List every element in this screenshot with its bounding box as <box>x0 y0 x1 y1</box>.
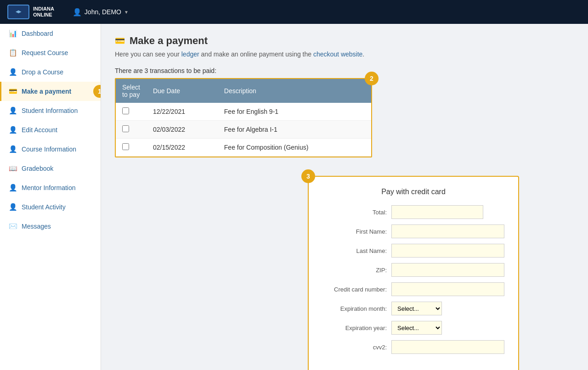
logo-box: ◀▶ <box>7 5 29 19</box>
transactions-table: Select to pay Due Date Description 12/22… <box>116 79 371 157</box>
sidebar-item-make-payment[interactable]: 💳 Make a payment <box>0 82 101 101</box>
sidebar-item-wrapper-gradebook: 📖 Gradebook <box>0 159 101 178</box>
payment-card: Pay with credit card Total: First Name: … <box>308 176 519 370</box>
row1-description: Fee for English 9-1 <box>218 103 371 121</box>
zip-row: ZIP: <box>322 263 504 277</box>
logo: ◀▶ INDIANA ONLINE <box>7 5 54 19</box>
exp-year-row: Expiration year: Select... 2022202320242… <box>322 321 504 335</box>
sidebar-item-wrapper-request-course: 📋 Request Course <box>0 43 101 62</box>
step2-badge: 2 <box>365 72 379 85</box>
total-label: Total: <box>322 209 391 216</box>
student-activity-icon: 👤 <box>9 203 17 211</box>
gradebook-icon: 📖 <box>9 164 17 173</box>
sidebar-item-course-information[interactable]: 👤 Course Information <box>0 140 101 159</box>
sidebar-item-wrapper-student-activity: 👤 Student Activity <box>0 197 101 217</box>
row3-due-date: 02/15/2022 <box>147 139 218 157</box>
request-course-icon: 📋 <box>9 49 17 57</box>
mentor-info-icon: 👤 <box>9 184 17 192</box>
ledger-link[interactable]: ledger <box>181 50 199 58</box>
sidebar-item-dashboard[interactable]: 📊 Dashboard <box>0 24 101 43</box>
sidebar-item-wrapper-make-payment: 💳 Make a payment 1 <box>0 82 101 101</box>
transactions-table-container: Select to pay Due Date Description 12/22… <box>115 78 372 157</box>
navbar: ◀▶ INDIANA ONLINE 👤 John, DEMO ▼ <box>0 0 588 24</box>
total-row: Total: <box>322 205 504 219</box>
table-row: 02/03/2022 Fee for Algebra I-1 <box>116 121 371 139</box>
exp-month-row: Expiration month: Select... 01020304 050… <box>322 302 504 315</box>
sidebar-item-messages[interactable]: ✉️ Messages <box>0 217 101 236</box>
zip-input[interactable] <box>391 263 504 277</box>
student-info-icon: 👤 <box>9 107 17 115</box>
sidebar-item-gradebook[interactable]: 📖 Gradebook <box>0 159 101 178</box>
checkout-link[interactable]: checkout website <box>313 50 362 58</box>
sidebar-label-edit-account: Edit Account <box>22 126 57 134</box>
exp-month-label: Expiration month: <box>322 305 391 312</box>
transactions-label: There are 3 transactions to be paid: <box>115 67 574 74</box>
sidebar-item-wrapper-messages: ✉️ Messages <box>0 217 101 236</box>
sidebar-item-student-information[interactable]: 👤 Student Information <box>0 101 101 120</box>
payment-section: 3 Pay with credit card Total: First Name… <box>308 176 547 370</box>
edit-account-icon: 👤 <box>9 126 17 134</box>
user-icon: 👤 <box>73 8 82 17</box>
sidebar-label-student-activity: Student Activity <box>22 203 66 211</box>
cvv2-label: cvv2: <box>322 344 391 351</box>
sidebar-item-wrapper-mentor-info: 👤 Mentor Information <box>0 178 101 197</box>
exp-year-label: Expiration year: <box>322 325 391 331</box>
sidebar-item-edit-account[interactable]: 👤 Edit Account <box>0 120 101 140</box>
payment-card-title: Pay with credit card <box>322 188 504 196</box>
table-row: 12/22/2021 Fee for English 9-1 <box>116 103 371 121</box>
col-due-date: Due Date <box>147 79 218 103</box>
row3-checkbox-cell <box>116 139 147 157</box>
last-name-label: Last Name: <box>322 247 391 254</box>
page-subtitle: Here you can see your ledger and make an… <box>115 50 574 58</box>
messages-icon: ✉️ <box>9 222 17 230</box>
col-description: Description <box>218 79 371 103</box>
sidebar-item-wrapper-course-info: 👤 Course Information <box>0 140 101 159</box>
row2-checkbox[interactable] <box>122 125 129 132</box>
first-name-label: First Name: <box>322 228 391 235</box>
last-name-row: Last Name: <box>322 244 504 258</box>
row3-checkbox[interactable] <box>122 143 129 150</box>
sidebar-item-mentor-information[interactable]: 👤 Mentor Information <box>0 178 101 197</box>
user-menu[interactable]: 👤 John, DEMO ▼ <box>73 8 129 17</box>
sidebar-label-request-course: Request Course <box>22 49 68 56</box>
sidebar-label-drop-course: Drop a Course <box>22 68 63 76</box>
credit-card-input[interactable] <box>391 282 504 296</box>
logo-text: INDIANA ONLINE <box>33 6 54 18</box>
sidebar-item-request-course[interactable]: 📋 Request Course <box>0 43 101 62</box>
sidebar-item-wrapper-drop-course: 👤 Drop a Course <box>0 62 101 82</box>
sidebar-item-wrapper-student-info: 👤 Student Information <box>0 101 101 120</box>
drop-course-icon: 👤 <box>9 68 17 76</box>
sidebar-item-wrapper-dashboard: 📊 Dashboard <box>0 24 101 43</box>
row2-description: Fee for Algebra I-1 <box>218 121 371 139</box>
sidebar-item-wrapper-edit-account: 👤 Edit Account <box>0 120 101 140</box>
sidebar-item-student-activity[interactable]: 👤 Student Activity <box>0 197 101 217</box>
sidebar-label-dashboard: Dashboard <box>22 30 53 37</box>
total-input[interactable] <box>391 205 483 219</box>
table-row: 02/15/2022 Fee for Composition (Genius) <box>116 139 371 157</box>
sidebar-label-gradebook: Gradebook <box>22 165 53 172</box>
first-name-input[interactable] <box>391 224 504 238</box>
payment-header-icon: 💳 <box>115 36 125 46</box>
row2-due-date: 02/03/2022 <box>147 121 218 139</box>
sidebar-label-course-information: Course Information <box>22 146 76 153</box>
chevron-down-icon: ▼ <box>124 10 129 15</box>
row3-description: Fee for Composition (Genius) <box>218 139 371 157</box>
sidebar-label-mentor-information: Mentor Information <box>22 184 76 191</box>
exp-month-select[interactable]: Select... 01020304 05060708 09101112 <box>391 302 442 315</box>
cvv2-row: cvv2: <box>322 340 504 354</box>
user-label: John, DEMO <box>85 8 121 16</box>
first-name-row: First Name: <box>322 224 504 238</box>
exp-year-select[interactable]: Select... 2022202320242025 2026202720282… <box>391 321 442 335</box>
sidebar-item-drop-course[interactable]: 👤 Drop a Course <box>0 62 101 82</box>
row2-checkbox-cell <box>116 121 147 139</box>
table-section: Select to pay Due Date Description 12/22… <box>115 78 372 167</box>
row1-checkbox[interactable] <box>122 107 129 114</box>
last-name-input[interactable] <box>391 244 504 258</box>
sidebar: 📊 Dashboard 📋 Request Course 👤 Drop a Co… <box>0 24 101 370</box>
zip-label: ZIP: <box>322 267 391 274</box>
sidebar-label-messages: Messages <box>22 223 51 230</box>
course-info-icon: 👤 <box>9 145 17 153</box>
cvv2-input[interactable] <box>391 340 504 354</box>
row1-due-date: 12/22/2021 <box>147 103 218 121</box>
sidebar-label-make-payment: Make a payment <box>22 88 71 95</box>
